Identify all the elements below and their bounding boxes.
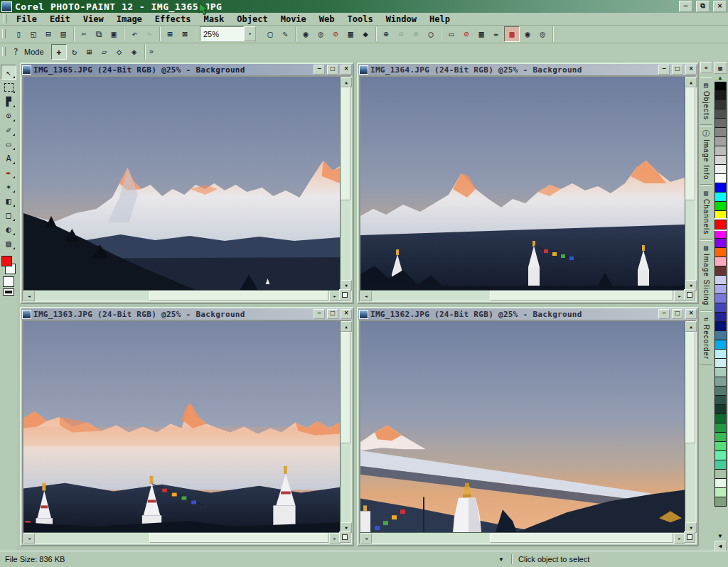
- eyedropper-tool[interactable]: ✐: [1, 123, 16, 136]
- palette-color-swatch[interactable]: [714, 340, 727, 350]
- close-button[interactable]: ×: [713, 1, 727, 12]
- palette-color-swatch[interactable]: [714, 229, 727, 239]
- photo-canvas-img-1363[interactable]: [23, 321, 341, 533]
- mask-edit-button[interactable]: ✏: [489, 27, 503, 41]
- scroll-thumb[interactable]: [341, 332, 350, 443]
- scroll-thumb[interactable]: [685, 332, 695, 443]
- menu-mask[interactable]: Mask: [197, 14, 230, 25]
- maximize-button[interactable]: □: [327, 65, 338, 75]
- palette-color-swatch[interactable]: [714, 247, 727, 257]
- palette-color-swatch[interactable]: [714, 173, 727, 183]
- mode-scale-button[interactable]: ⊞: [82, 45, 97, 59]
- scroll-up-icon[interactable]: ▲: [341, 321, 352, 332]
- palette-color-swatch[interactable]: [714, 312, 727, 322]
- palette-color-swatch[interactable]: [714, 377, 727, 387]
- palette-color-swatch[interactable]: [714, 201, 727, 211]
- object-position-button[interactable]: ○: [424, 27, 438, 41]
- maximize-button[interactable]: □: [327, 309, 338, 319]
- palette-color-swatch[interactable]: [714, 303, 727, 313]
- horizontal-scrollbar[interactable]: ◄ ►: [23, 291, 341, 301]
- palette-color-swatch[interactable]: [714, 395, 727, 405]
- group-objects-button[interactable]: ⊕: [379, 27, 393, 41]
- menu-movie[interactable]: Movie: [274, 14, 313, 25]
- palette-color-swatch[interactable]: [714, 321, 727, 331]
- scroll-up-icon[interactable]: ▲: [341, 77, 352, 87]
- palette-color-swatch[interactable]: [714, 284, 727, 294]
- mask-marquee-visible-button[interactable]: ◉: [299, 27, 313, 41]
- palette-color-swatch[interactable]: [714, 441, 727, 451]
- palette-color-swatch[interactable]: [714, 404, 727, 414]
- horizontal-scrollbar[interactable]: ◄ ►: [360, 533, 685, 543]
- minimize-button[interactable]: −: [314, 309, 325, 319]
- mode-position-button[interactable]: ✚: [51, 44, 67, 60]
- menu-effects[interactable]: Effects: [149, 14, 198, 25]
- maximize-button[interactable]: □: [672, 65, 683, 75]
- document-window-img-1364[interactable]: IMG_1364.JPG (24-Bit RGB) @25% - Backgro…: [357, 63, 699, 304]
- scroll-up-icon[interactable]: ▲: [685, 321, 697, 332]
- clear-mask-button[interactable]: ⊘: [328, 27, 343, 41]
- document-title-bar[interactable]: IMG_1362.JPG (24-Bit RGB) @25% - Backgro…: [358, 308, 697, 320]
- effect-tool[interactable]: ✶: [1, 180, 16, 193]
- palette-color-swatch[interactable]: [714, 330, 727, 340]
- menu-image[interactable]: Image: [110, 14, 149, 25]
- fill-color-swatch[interactable]: [3, 276, 14, 287]
- no-fill-swatch[interactable]: [3, 288, 14, 296]
- document-window-img-1365[interactable]: IMG_1365.JPG (24-Bit RGB) @25% - Backgro…: [20, 63, 354, 304]
- palette-scroll-up-icon[interactable]: ▲: [719, 74, 722, 82]
- zoom-level-value[interactable]: 25%: [200, 26, 244, 41]
- menu-edit[interactable]: Edit: [43, 14, 77, 25]
- toolbar-grip[interactable]: [2, 29, 6, 38]
- zoom-tool[interactable]: ⊙: [1, 109, 16, 122]
- object-pick-tool[interactable]: ↖: [1, 65, 16, 80]
- flyout-arrow-icon[interactable]: »: [145, 47, 159, 56]
- palette-color-swatch[interactable]: [714, 183, 727, 193]
- document-window-img-1363[interactable]: IMG_1363.JPG (24-Bit RGB) @25% - Backgro…: [20, 307, 354, 546]
- cut-button[interactable]: ✂: [77, 27, 91, 41]
- close-button[interactable]: ×: [341, 65, 352, 75]
- docker-tab-image-slicing[interactable]: ▨Image Slicing: [700, 240, 712, 310]
- mode-rotate-button[interactable]: ↻: [68, 45, 82, 59]
- vertical-scrollbar[interactable]: ▲ ▼: [685, 321, 695, 533]
- palette-color-swatch[interactable]: [714, 423, 727, 433]
- palette-color-swatch[interactable]: [714, 256, 727, 266]
- help-cursor-button[interactable]: ?: [9, 45, 23, 59]
- mode-perspective-button[interactable]: ◈: [127, 45, 141, 59]
- toolbar-grip[interactable]: [2, 47, 6, 56]
- document-title-bar[interactable]: IMG_1365.JPG (24-Bit RGB) @25% - Backgro…: [21, 64, 353, 75]
- scroll-thumb[interactable]: [685, 87, 695, 200]
- shape-tool[interactable]: □: [1, 208, 16, 222]
- show-object-marquee-button[interactable]: ◎: [535, 27, 550, 41]
- print-button[interactable]: ▤: [56, 27, 70, 41]
- scroll-thumb[interactable]: [341, 87, 350, 200]
- palette-color-swatch[interactable]: [714, 238, 727, 248]
- scroll-thumb[interactable]: [490, 291, 673, 301]
- vertical-scrollbar[interactable]: ▲ ▼: [685, 77, 695, 291]
- zoom-dropdown-arrow-icon[interactable]: ▾: [244, 26, 256, 41]
- palette-color-swatch[interactable]: [714, 469, 727, 479]
- new-document-button[interactable]: ▯: [11, 27, 26, 41]
- maximize-button[interactable]: □: [672, 309, 683, 319]
- crop-tool[interactable]: ▛: [1, 94, 16, 108]
- minimize-button[interactable]: −: [679, 1, 692, 12]
- palette-color-swatch[interactable]: [714, 136, 727, 146]
- palette-color-swatch[interactable]: [714, 487, 727, 497]
- palette-color-swatch[interactable]: [714, 414, 727, 423]
- close-button[interactable]: ×: [341, 309, 352, 319]
- toolbar-grip[interactable]: [4, 14, 7, 23]
- palette-color-swatch[interactable]: [714, 155, 727, 165]
- copy-button[interactable]: ⧉: [92, 27, 106, 41]
- menu-help[interactable]: Help: [423, 14, 456, 25]
- object-marquee-button[interactable]: ◆: [358, 27, 373, 41]
- open-button[interactable]: ◱: [26, 27, 41, 41]
- palette-color-swatch[interactable]: [714, 367, 727, 377]
- collapse-dockers-button[interactable]: «: [700, 62, 712, 73]
- docker-tab-recorder[interactable]: ⇄Recorder: [700, 311, 712, 364]
- palette-color-swatch[interactable]: [714, 210, 727, 220]
- menu-view[interactable]: View: [77, 14, 110, 25]
- palette-color-swatch[interactable]: [714, 386, 727, 396]
- palette-color-swatch[interactable]: [714, 432, 727, 442]
- scroll-thumb[interactable]: [149, 291, 328, 301]
- photo-canvas-img-1365[interactable]: [23, 77, 341, 291]
- palette-color-swatch[interactable]: [714, 266, 727, 276]
- palette-color-swatch[interactable]: [714, 275, 727, 285]
